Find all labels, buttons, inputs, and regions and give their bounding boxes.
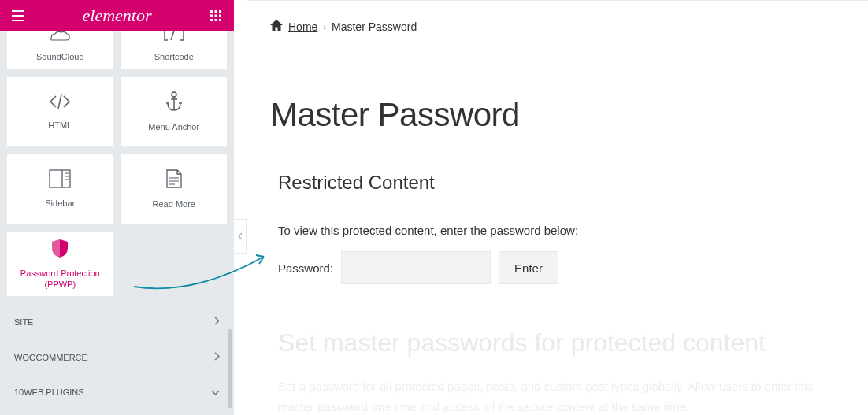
breadcrumb: Home › Master Password	[270, 20, 844, 33]
svg-point-9	[172, 92, 176, 97]
preview-pane: Home › Master Password Master Password R…	[247, 0, 868, 415]
svg-rect-8	[219, 19, 221, 21]
chevron-down-icon	[211, 387, 220, 397]
home-icon	[270, 20, 283, 33]
sidebar-header: elementor	[0, 0, 234, 31]
svg-rect-2	[219, 10, 221, 13]
svg-rect-4	[215, 15, 217, 17]
section-label: 10WEB PLUGINS	[14, 387, 84, 397]
svg-rect-5	[219, 15, 221, 17]
breadcrumb-separator: ›	[323, 22, 326, 31]
widget-label: Password Protection (PPWP)	[20, 268, 100, 291]
page-title: Master Password	[270, 96, 844, 134]
widget-label: Menu Anchor	[148, 121, 199, 132]
grid-menu-icon[interactable]	[209, 9, 223, 23]
html-icon	[48, 93, 72, 113]
widget-card-menu-anchor[interactable]: Menu Anchor	[121, 77, 228, 146]
anchor-icon	[165, 91, 184, 115]
breadcrumb-current: Master Password	[332, 20, 417, 33]
svg-rect-10	[50, 170, 70, 187]
watermark-title: Set master passwords for protected conte…	[270, 328, 844, 358]
svg-rect-0	[210, 10, 213, 13]
hamburger-menu-icon[interactable]	[11, 9, 25, 23]
widget-grid: SoundCloud Shortcode HTML Menu Anchor	[0, 31, 234, 304]
widget-label: SoundCloud	[36, 51, 84, 62]
widget-card-shortcode[interactable]: Shortcode	[121, 31, 228, 69]
soundcloud-icon	[49, 31, 71, 45]
watermark-description: Set a password for all protected pages, …	[270, 376, 844, 415]
section-header-site[interactable]: SITE	[0, 304, 234, 339]
section-header-woocommerce[interactable]: WOOCOMMERCE	[0, 339, 234, 375]
widget-label: Sidebar	[45, 198, 75, 209]
password-label: Password:	[278, 261, 333, 275]
breadcrumb-home-link[interactable]: Home	[288, 20, 317, 33]
svg-rect-7	[215, 19, 217, 21]
restricted-heading: Restricted Content	[270, 172, 844, 194]
widget-card-sidebar[interactable]: Sidebar	[7, 154, 113, 224]
scrollbar[interactable]	[228, 329, 232, 408]
chevron-right-icon	[214, 317, 220, 327]
elementor-sidebar: elementor SoundCloud Shortcode	[0, 0, 234, 415]
restricted-description: To view this protected content, enter th…	[270, 224, 844, 237]
widget-label: Read More	[153, 198, 195, 209]
svg-rect-3	[210, 15, 213, 17]
section-label: WOOCOMMERCE	[14, 353, 87, 362]
section-label: SITE	[14, 317, 33, 327]
shield-icon	[50, 238, 69, 261]
widget-card-ppwp[interactable]: Password Protection (PPWP)	[7, 232, 113, 296]
chevron-right-icon	[214, 352, 220, 362]
read-more-icon	[165, 169, 183, 192]
widget-card-html[interactable]: HTML	[7, 77, 113, 146]
section-header-10web-plugins[interactable]: 10WEB PLUGINS	[0, 375, 234, 409]
brand-logo: elementor	[83, 6, 152, 26]
collapse-sidebar-handle[interactable]	[234, 219, 247, 254]
password-form-row: Password: Enter	[270, 251, 844, 284]
svg-rect-1	[215, 10, 217, 13]
password-input[interactable]	[341, 251, 491, 284]
widget-card-soundcloud[interactable]: SoundCloud	[7, 31, 113, 69]
widget-card-read-more[interactable]: Read More	[121, 154, 228, 224]
enter-button[interactable]: Enter	[499, 251, 558, 284]
svg-rect-6	[210, 19, 213, 21]
widget-label: Shortcode	[154, 51, 194, 62]
sidebar-layout-icon	[49, 169, 71, 191]
widget-label: HTML	[48, 120, 72, 131]
shortcode-icon	[163, 31, 185, 45]
sidebar-body: SoundCloud Shortcode HTML Menu Anchor	[0, 31, 234, 415]
